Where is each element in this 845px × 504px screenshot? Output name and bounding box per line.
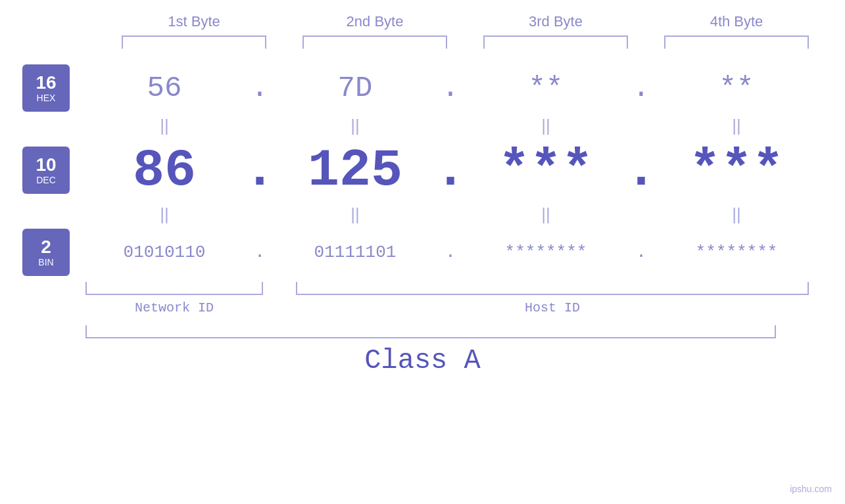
- hex-byte4: **: [658, 62, 815, 114]
- class-bracket: [85, 325, 776, 338]
- watermark: ipshu.com: [790, 484, 832, 494]
- bracket-top-4: [664, 35, 809, 49]
- eq2-d3: [625, 203, 658, 226]
- hex-byte1: 56: [85, 62, 243, 114]
- hex-number: 16: [36, 73, 56, 93]
- class-label: Class A: [0, 345, 845, 377]
- byte1-header: 1st Byte: [115, 13, 273, 30]
- eq-symbols-2: || || || ||: [85, 203, 845, 226]
- dec-bytes: 86 . 125 . *** . ***: [85, 137, 845, 203]
- bin-byte1: 01010110: [85, 226, 243, 279]
- eq2-b2: ||: [276, 203, 434, 226]
- hex-badge: 16 HEX: [22, 64, 70, 112]
- dec-byte1: 86: [85, 137, 243, 203]
- bin-dot2: .: [434, 226, 467, 279]
- class-section: Class A: [0, 325, 845, 377]
- bin-dot3: .: [625, 226, 658, 279]
- eq2-b3: ||: [467, 203, 625, 226]
- bracket-top-3: [483, 35, 628, 49]
- host-gap: [263, 300, 296, 315]
- eq2-d2: [434, 203, 467, 226]
- eq1-d1: [243, 114, 276, 137]
- hex-base-label: 16 HEX: [0, 64, 85, 112]
- bracket-host: [296, 282, 809, 295]
- dec-byte4: ***: [658, 137, 815, 203]
- bin-byte3: ********: [467, 226, 625, 279]
- hex-name: HEX: [37, 93, 56, 103]
- bottom-section: Network ID Host ID: [0, 282, 845, 315]
- hex-dot2: .: [434, 62, 467, 114]
- id-labels: Network ID Host ID: [85, 300, 809, 315]
- equals-row-1: || || || ||: [0, 114, 845, 137]
- eq1-d3: [625, 114, 658, 137]
- bin-byte4: ********: [658, 226, 815, 279]
- hex-byte2: 7D: [276, 62, 434, 114]
- hex-dot3: .: [625, 62, 658, 114]
- dec-byte2: 125: [276, 137, 434, 203]
- hex-bytes: 56 . 7D . ** . **: [85, 62, 845, 114]
- dec-dot2: .: [434, 137, 467, 203]
- bracket-top-1: [122, 35, 266, 49]
- dec-row: 10 DEC 86 . 125 . *** . ***: [0, 137, 845, 203]
- network-id-label: Network ID: [85, 300, 263, 315]
- eq1-b4: ||: [658, 114, 815, 137]
- dec-name: DEC: [36, 175, 56, 185]
- bin-dot1: .: [243, 226, 276, 279]
- hex-byte3: **: [467, 62, 625, 114]
- dec-base-label: 10 DEC: [0, 147, 85, 194]
- bottom-brackets: [85, 282, 809, 295]
- dec-number: 10: [36, 155, 56, 175]
- top-brackets: [104, 35, 827, 49]
- bin-row: 2 BIN 01010110 . 01111101 . ******** . *…: [0, 226, 845, 279]
- bin-byte2: 01111101: [276, 226, 434, 279]
- byte-headers: 1st Byte 2nd Byte 3rd Byte 4th Byte: [104, 13, 827, 30]
- content-area: 16 HEX 56 . 7D . ** . ** || || |: [0, 62, 845, 279]
- bin-name: BIN: [38, 257, 53, 267]
- dec-dot1: .: [243, 137, 276, 203]
- eq1-b1: ||: [85, 114, 243, 137]
- hex-dot1: .: [243, 62, 276, 114]
- bracket-top-2: [302, 35, 447, 49]
- eq2-d1: [243, 203, 276, 226]
- bin-bytes: 01010110 . 01111101 . ******** . *******…: [85, 226, 845, 279]
- eq-symbols-1: || || || ||: [85, 114, 845, 137]
- eq1-b3: ||: [467, 114, 625, 137]
- eq1-b2: ||: [276, 114, 434, 137]
- byte3-header: 3rd Byte: [477, 13, 635, 30]
- bracket-gap: [263, 282, 296, 295]
- host-id-label: Host ID: [296, 300, 809, 315]
- dec-byte3: ***: [467, 137, 625, 203]
- byte2-header: 2nd Byte: [296, 13, 454, 30]
- main-container: 1st Byte 2nd Byte 3rd Byte 4th Byte 16 H…: [0, 0, 845, 504]
- hex-row: 16 HEX 56 . 7D . ** . **: [0, 62, 845, 114]
- dec-badge: 10 DEC: [22, 147, 70, 194]
- byte4-header: 4th Byte: [658, 13, 815, 30]
- eq2-b4: ||: [658, 203, 815, 226]
- bin-base-label: 2 BIN: [0, 229, 85, 276]
- equals-row-2: || || || ||: [0, 203, 845, 226]
- eq1-d2: [434, 114, 467, 137]
- dec-dot3: .: [625, 137, 658, 203]
- eq2-b1: ||: [85, 203, 243, 226]
- bin-number: 2: [41, 237, 51, 258]
- bin-badge: 2 BIN: [22, 229, 70, 276]
- bracket-network: [85, 282, 263, 295]
